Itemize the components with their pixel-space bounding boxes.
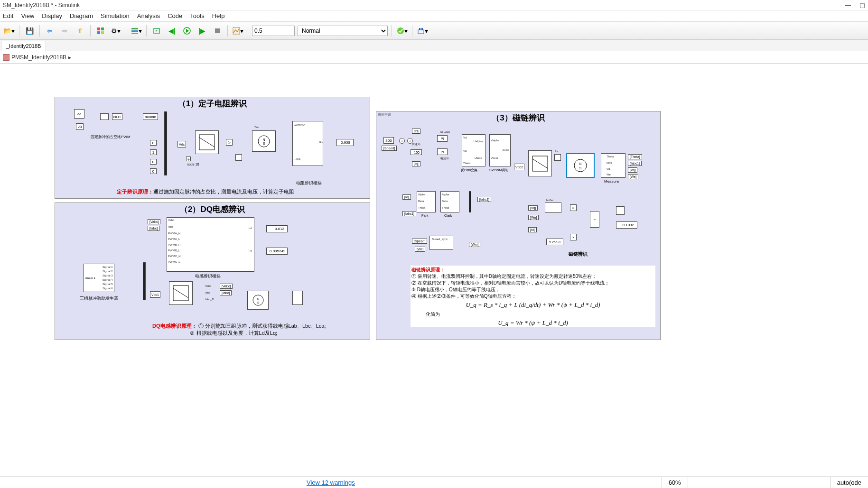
relay-block[interactable] xyxy=(100,113,109,120)
menu-help[interactable]: Help xyxy=(212,12,225,19)
library-browser-button[interactable] xyxy=(94,25,107,37)
vdc-block[interactable]: Vdc xyxy=(177,141,186,147)
goto-iabc[interactable]: [Iabc] xyxy=(220,290,232,295)
goto-wm[interactable]: [Wm] xyxy=(469,242,480,247)
tl-block[interactable] xyxy=(554,154,561,161)
pmsm2-block[interactable]: NS xyxy=(247,291,269,310)
run-button[interactable] xyxy=(181,25,193,37)
open-button[interactable]: 📂▾ xyxy=(3,25,15,37)
step-forward-button[interactable]: |▶ xyxy=(196,25,208,37)
lq-display[interactable]: 0.005249 xyxy=(266,248,288,255)
goto-theta[interactable]: [Theta] xyxy=(628,154,642,159)
goto-iabc1[interactable]: [Iabc1] xyxy=(628,161,642,166)
stop-time-input[interactable] xyxy=(252,26,295,36)
buffer-block[interactable] xyxy=(545,203,561,213)
menu-simulation[interactable]: Simulation xyxy=(101,12,130,19)
product1-block[interactable]: × xyxy=(570,204,577,211)
menu-view[interactable]: View xyxy=(21,12,34,19)
pk-t: Theta xyxy=(418,206,425,209)
log-signals-button[interactable]: ▾ xyxy=(130,25,142,37)
simulation-mode-select[interactable]: Normal xyxy=(298,26,388,36)
up-button[interactable]: ⇧ xyxy=(74,25,86,37)
inverter2-block[interactable] xyxy=(169,281,193,305)
ip-theta: Theta xyxy=(463,162,470,165)
vq-from[interactable]: [Vq] xyxy=(528,205,538,211)
repeating-sequence-block[interactable]: /\/\ xyxy=(74,109,84,119)
ground1-block[interactable]: ⏚ xyxy=(186,157,191,161)
pmsm1-block[interactable]: NS xyxy=(252,130,276,152)
mux1-block[interactable] xyxy=(164,111,167,175)
region-dq-inductance[interactable]: （2）DQ电感辨识 [Vabc] [Iabc] Vabc Iabc PWMA_H… xyxy=(55,203,370,340)
pmsm3-block[interactable]: NS xyxy=(566,153,595,178)
const0a-block[interactable]: 0 xyxy=(150,140,157,146)
id-from[interactable]: [Id] xyxy=(412,129,420,134)
const-20-block[interactable]: 20 xyxy=(76,123,84,130)
id2-from[interactable]: [Id] xyxy=(402,194,411,200)
menu-display[interactable]: Display xyxy=(42,12,62,19)
flux-display[interactable]: 0.1832 xyxy=(616,221,637,229)
goto-iabc1b[interactable]: [Iabc1] xyxy=(477,197,491,202)
scope3-block[interactable] xyxy=(616,206,625,215)
rs-display[interactable]: 0.958 xyxy=(336,139,354,146)
data-inspector-button[interactable]: ▾ xyxy=(232,25,244,37)
menu-diagram[interactable]: Diagram xyxy=(70,12,93,19)
goto-vq[interactable]: [Vq] xyxy=(628,167,637,173)
model-config-button[interactable]: ⚙▾ xyxy=(110,25,122,37)
speed2-from[interactable]: [Speed] xyxy=(412,239,427,244)
pi1-block[interactable]: PI xyxy=(437,135,448,142)
menu-tools[interactable]: Tools xyxy=(190,12,204,19)
iabc1-from[interactable]: [Iabc1] xyxy=(402,211,416,216)
gain1-block[interactable]: ▷ xyxy=(226,139,233,146)
build-button[interactable]: ▾ xyxy=(416,25,429,37)
vdc1-block[interactable]: Vdc1 xyxy=(150,291,160,298)
vabc-from[interactable]: [Vabc] xyxy=(148,219,160,224)
vdc2-block[interactable]: Vdc2 xyxy=(514,164,524,170)
goto-we[interactable]: [We] xyxy=(628,174,638,179)
subtract-block[interactable]: − xyxy=(590,211,599,228)
const1-block[interactable]: 1 xyxy=(150,149,157,155)
inv-iabc: Iabc xyxy=(205,291,210,294)
step-back-button[interactable]: ◀| xyxy=(166,25,178,37)
sum1-block[interactable]: + xyxy=(399,138,405,144)
iabc-from[interactable]: [Iabc] xyxy=(148,226,159,231)
menu-edit[interactable]: Edit xyxy=(3,12,13,19)
we3-from[interactable]: [We] xyxy=(528,215,539,220)
mux3-block[interactable] xyxy=(469,191,471,212)
canvas[interactable]: （1）定子电阻辨识 /\/\ NOT 20 固定脉冲的占空比PWM double… xyxy=(0,64,868,377)
pi2-block[interactable]: PI xyxy=(437,148,448,155)
menu-code[interactable]: Code xyxy=(168,12,182,19)
goto-vabc[interactable]: [Vabc] xyxy=(220,284,233,289)
maximize-icon[interactable]: ▢ xyxy=(859,1,865,9)
mux2-block[interactable] xyxy=(143,262,146,300)
stop-button[interactable] xyxy=(211,25,224,37)
check-model-button[interactable]: ▾ xyxy=(396,25,408,37)
double-block[interactable]: double xyxy=(143,113,158,120)
back-button[interactable]: ⇦ xyxy=(44,25,56,37)
constm100-block[interactable]: -100 xyxy=(411,149,422,155)
breadcrumb-model[interactable]: PMSM_Identify2018B xyxy=(11,54,66,61)
region-stator-resistance[interactable]: （1）定子电阻辨识 /\/\ NOT 20 固定脉冲的占空比PWM double… xyxy=(55,97,370,199)
id3-from[interactable]: [Id] xyxy=(528,227,537,232)
product2-block[interactable]: × xyxy=(570,234,577,240)
gain525-block[interactable]: 5.25e-3 xyxy=(546,239,563,245)
inverter3-block[interactable] xyxy=(528,150,552,176)
region-flux-linkage[interactable]: 磁链辨识 （3）磁链辨识 800 [Speed] + + [Id] [Iq] -… xyxy=(376,111,661,340)
igbt2-icon xyxy=(171,284,190,303)
menu-analysis[interactable]: Analysis xyxy=(137,12,160,19)
we2-from[interactable]: [We] xyxy=(415,247,425,252)
switch1-block[interactable] xyxy=(235,154,242,161)
speed-from[interactable]: [Speed] xyxy=(382,146,397,151)
inverter1-block[interactable] xyxy=(195,130,219,154)
iq-from[interactable]: [Iq] xyxy=(412,161,420,166)
scope2-block[interactable] xyxy=(292,291,303,305)
forward-button[interactable]: ⇨ xyxy=(59,25,71,37)
minimize-icon[interactable]: — xyxy=(845,1,851,9)
save-button[interactable]: 💾 xyxy=(23,25,36,37)
ld-display[interactable]: 0.012 xyxy=(266,225,288,232)
const800-block[interactable]: 800 xyxy=(383,137,394,144)
update-diagram-button[interactable] xyxy=(150,25,163,37)
const0c-block[interactable]: 0 xyxy=(150,168,157,174)
const0b-block[interactable]: 0 xyxy=(150,159,157,165)
model-tab[interactable]: _Identify2018B xyxy=(1,41,46,51)
not-block[interactable]: NOT xyxy=(112,113,122,120)
